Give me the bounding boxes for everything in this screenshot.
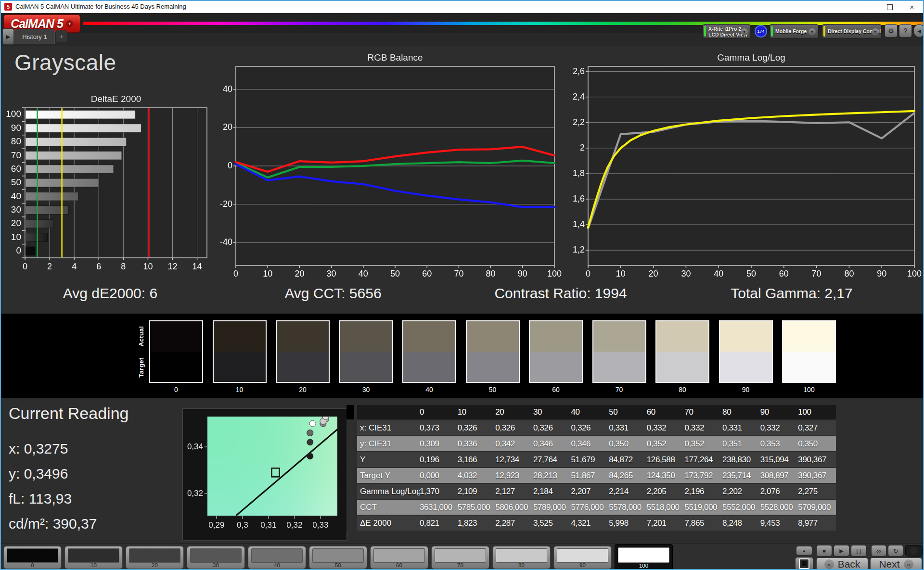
single-measure-icon: [·] xyxy=(857,548,861,554)
refresh-icon: ↻ xyxy=(893,547,898,555)
patch-swatch xyxy=(496,548,547,563)
pattern-patch-100[interactable]: 100 xyxy=(615,544,673,570)
grayscale-swatch-90: 90 xyxy=(719,320,773,383)
patch-label: 70 xyxy=(432,562,489,568)
column-header: 90 xyxy=(760,407,798,417)
patch-swatch xyxy=(7,548,58,563)
add-tab-button[interactable]: + xyxy=(56,30,67,42)
single-measure-button[interactable]: [·] xyxy=(851,545,867,557)
infinity-icon: ∞ xyxy=(876,547,881,555)
row-label: y: CIE31 xyxy=(357,439,420,449)
pattern-patch-20[interactable]: 20 xyxy=(126,546,184,569)
grayscale-swatch-0: 0 xyxy=(149,320,203,383)
pattern-patch-30[interactable]: 30 xyxy=(187,546,245,569)
pattern-patch-40[interactable]: 40 xyxy=(248,546,306,569)
pattern-bar: 0102030405060708090100 ▲ ■ ▶ [·] ∞ ↻ « B… xyxy=(1,544,923,570)
table-cell: 0,342 xyxy=(495,439,533,449)
column-header: 20 xyxy=(495,407,533,417)
actual-color xyxy=(214,321,266,352)
charts-section: Grayscale Avg dE2000: 6 Avg CCT: 5656 Co… xyxy=(1,46,923,314)
patch-label: 80 xyxy=(493,562,550,568)
maximize-button[interactable] xyxy=(880,1,900,13)
table-cell: 0,309 xyxy=(420,439,458,449)
table-scrollbar[interactable] xyxy=(346,405,354,533)
row-label: ΔE 2000 xyxy=(357,519,420,528)
cie-xy-chart xyxy=(185,411,344,537)
swatch-label: 20 xyxy=(277,386,329,393)
settings-button[interactable]: ⚙ xyxy=(885,24,898,38)
swatch-label: 100 xyxy=(783,386,835,393)
table-cell: 9,453 xyxy=(760,519,798,528)
pattern-patch-60[interactable]: 60 xyxy=(370,546,428,569)
display-status-strip xyxy=(823,26,825,37)
table-cell: 0,373 xyxy=(420,423,458,433)
table-cell: 5709,000 xyxy=(798,503,836,512)
table-cell: 0,350 xyxy=(798,439,836,449)
chevrons-left-icon: « xyxy=(824,559,834,569)
collapse-panel-button[interactable]: ◀ xyxy=(913,24,924,38)
display-control-button[interactable]: Direct Display Control ▼ xyxy=(822,24,882,38)
table-cell: 84,872 xyxy=(609,455,647,465)
help-button[interactable]: ? xyxy=(899,24,912,38)
table-cell: 0,336 xyxy=(458,439,496,449)
loop-button[interactable]: ↻ xyxy=(888,545,903,557)
column-header: 100 xyxy=(798,407,836,417)
table-cell: 0,326 xyxy=(571,423,609,433)
back-button[interactable]: « Back xyxy=(816,557,868,570)
column-header: 30 xyxy=(533,407,571,417)
next-button[interactable]: Next » xyxy=(870,557,922,570)
target-color xyxy=(150,352,202,382)
tab-history-1[interactable]: History 1 xyxy=(14,29,55,44)
table-row-cct: CCT3631,0005785,0005806,0005789,0005776,… xyxy=(357,500,836,515)
maximize-icon xyxy=(887,4,893,10)
pattern-window-button[interactable] xyxy=(795,557,813,570)
pattern-patch-10[interactable]: 10 xyxy=(64,546,123,569)
pattern-patch-0[interactable]: 0 xyxy=(3,546,62,569)
table-cell: 390,367 xyxy=(798,471,836,481)
table-cell: 2,202 xyxy=(722,487,760,496)
target-color xyxy=(214,352,266,382)
table-cell: 390,367 xyxy=(798,455,836,465)
meter-button[interactable]: X-Rite i1Pro 2 LCD Direct View ▼ xyxy=(703,24,751,38)
close-button[interactable]: × xyxy=(902,1,922,13)
pattern-window-icon xyxy=(799,558,809,569)
pattern-patch-90[interactable]: 90 xyxy=(553,546,612,569)
grayscale-swatch-70: 70 xyxy=(592,320,646,383)
patch-label: 60 xyxy=(371,562,428,568)
minimize-button[interactable] xyxy=(858,1,878,13)
patch-swatch xyxy=(435,548,486,563)
pattern-patch-50[interactable]: 50 xyxy=(309,546,367,569)
column-header: 0 xyxy=(420,407,458,417)
table-cell: 5578,000 xyxy=(609,503,647,512)
pattern-patch-80[interactable]: 80 xyxy=(492,546,551,569)
table-cell: 0,332 xyxy=(760,423,798,433)
table-cell: 0,000 xyxy=(420,471,458,481)
play-button[interactable]: ▶ xyxy=(834,545,849,557)
workflow-arrow-button[interactable]: ▶ xyxy=(2,28,14,45)
table-cell: 5776,000 xyxy=(571,503,609,512)
continuous-measure-button[interactable]: ∞ xyxy=(871,545,886,557)
table-cell: 0,352 xyxy=(647,439,685,449)
pattern-patch-70[interactable]: 70 xyxy=(431,546,489,569)
reading-count-badge[interactable]: 174 xyxy=(755,25,767,38)
table-cell: 8,248 xyxy=(722,519,760,528)
table-cell: 7,865 xyxy=(684,519,722,528)
reading-x: x: 0,3275 xyxy=(9,441,68,457)
table-cell: 84,265 xyxy=(609,471,647,481)
actual-color xyxy=(277,321,329,352)
stop-button[interactable]: ■ xyxy=(816,545,832,557)
column-header: 10 xyxy=(458,407,496,417)
pattern-source-button[interactable]: Mobile Forge ▼ xyxy=(770,24,819,38)
patch-label: 90 xyxy=(554,562,611,568)
table-cell: 5806,000 xyxy=(495,503,533,512)
table-row-x-cie31: x: CIE310,3730,3260,3260,3260,3260,3310,… xyxy=(357,420,836,435)
table-cell: 0,351 xyxy=(722,439,760,449)
actual-color xyxy=(467,321,519,352)
record-button[interactable] xyxy=(905,545,923,557)
table-cell: 0,327 xyxy=(798,423,836,433)
pattern-panel-up-button[interactable]: ▲ xyxy=(796,546,812,556)
patch-swatch xyxy=(68,548,119,563)
table-cell: 126,588 xyxy=(647,455,685,465)
readings-section: Current Reading x: 0,3275 y: 0,3496 fL: … xyxy=(1,398,923,544)
swatch-label: 50 xyxy=(467,386,519,393)
